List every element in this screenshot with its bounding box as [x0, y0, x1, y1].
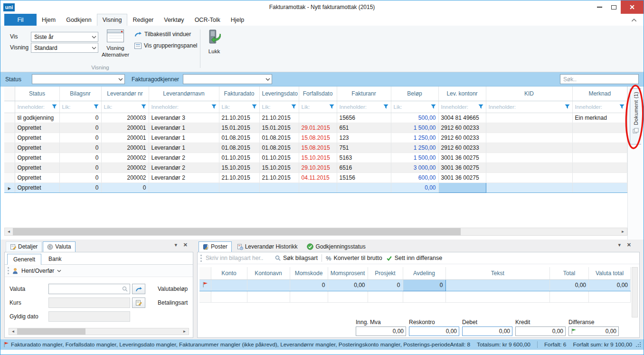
col-status[interactable]: Status — [15, 86, 59, 101]
cell-merknad[interactable] — [572, 143, 627, 153]
status-filter-dropdown[interactable] — [32, 74, 125, 84]
cell-lev-kontonr[interactable]: 2912 60 00233 — [438, 143, 486, 153]
cell-bilagsnr[interactable]: 0 — [59, 182, 101, 192]
cell-merknad[interactable] — [572, 153, 627, 163]
cell-tekst[interactable] — [445, 279, 550, 291]
cell-lev-kontonr[interactable]: 3001 36 00275 — [438, 153, 486, 163]
filter-status[interactable]: Inneholder: — [15, 101, 59, 113]
cell-leverandor-nr[interactable]: 200003 — [101, 113, 149, 123]
sett-inn-differanse-button[interactable]: Sett inn differanse — [386, 255, 443, 261]
cell-forfallsdato[interactable] — [299, 182, 337, 192]
cell-valuta-total[interactable]: 0,00 — [589, 279, 631, 291]
debet-field[interactable]: 0,00 — [462, 326, 512, 336]
filter-funnel-icon[interactable] — [431, 104, 436, 109]
kredit-field[interactable]: 0,00 — [515, 326, 566, 336]
cell-kid[interactable] — [486, 153, 572, 163]
col-lev-kontonr[interactable]: Lev. kontonr — [438, 86, 486, 101]
cell-fakturanr[interactable]: 5163 — [337, 153, 391, 163]
inng-mva-field[interactable]: 0,00 — [356, 326, 406, 336]
cell-avdeling-selected[interactable]: 0 — [403, 279, 445, 291]
col-kontonavn[interactable]: Kontonavn — [247, 267, 290, 279]
col-bilagsnr[interactable]: Bilagsnr — [59, 86, 101, 101]
table-row[interactable]: Opprettet 0 200002 Leverandør 2 01.10.20… — [4, 153, 627, 163]
scrollbar-thumb[interactable] — [13, 228, 461, 235]
tab-poster[interactable]: Poster — [199, 241, 232, 252]
panel-dropdown-icon[interactable]: ▾ — [618, 242, 621, 248]
cell-tekst[interactable] — [445, 291, 550, 302]
cell-bilagsnr[interactable]: 0 — [59, 173, 101, 182]
vis-grupperingspanel-button[interactable]: Vis grupperingspanel — [134, 42, 198, 49]
col-prosjekt[interactable]: Prosjekt — [368, 267, 403, 279]
cell-fakturadato[interactable]: 01.08.2015 — [219, 133, 259, 143]
cell-forfallsdato[interactable]: 15.08.2015 — [299, 133, 337, 143]
visning-alternativer-button[interactable]: Visning Alternativer — [101, 29, 130, 58]
cell-merknad[interactable]: Ein merknad — [572, 113, 627, 123]
lukk-button[interactable]: Lukk — [204, 29, 225, 55]
table-row[interactable]: Opprettet 0 200002 Leverandør 2 15.10.20… — [4, 163, 627, 173]
vis-dropdown[interactable]: Siste år — [31, 32, 98, 42]
cell-belop[interactable]: 600,00 — [391, 173, 438, 182]
cell-konto[interactable] — [211, 279, 247, 291]
cell-leveringsdato[interactable]: 01.08.2015 — [259, 143, 299, 153]
cell-kid[interactable] — [486, 163, 572, 173]
cell-total[interactable]: 0,00 — [550, 279, 589, 291]
col-forfallsdato[interactable]: Forfallsdato — [299, 86, 337, 101]
cell-fakturadato[interactable]: 01.08.2015 — [219, 143, 259, 153]
cell-leveringsdato[interactable]: 21.10.2015 — [259, 173, 299, 182]
maximize-button[interactable] — [606, 0, 621, 14]
cell-fakturadato[interactable]: 15.10.2015 — [219, 163, 259, 173]
close-button[interactable]: ✕ — [621, 0, 644, 14]
cell-forfallsdato[interactable]: 04.11.2015 — [299, 173, 337, 182]
cell-lev-kontonr[interactable]: 3001 36 00275 — [438, 173, 486, 182]
table-row-selected[interactable]: ▶ Opprettet 0 0 0,00 — [4, 182, 627, 192]
scrollbar-thumb[interactable] — [17, 328, 85, 335]
cell-momskode[interactable]: 0 — [290, 279, 328, 291]
gyldig-dato-input[interactable] — [48, 311, 130, 322]
tab-ocr-tolk[interactable]: OCR-Tolk — [189, 14, 226, 26]
filter-funnel-icon[interactable] — [619, 104, 625, 109]
cell-status[interactable]: til godkjenning — [15, 113, 59, 123]
scrollbar-track[interactable] — [85, 328, 180, 335]
posting-row-empty[interactable] — [199, 291, 631, 302]
table-row[interactable]: Opprettet 0 200001 Leverandør 1 15.01.20… — [4, 123, 627, 133]
tab-hjelp[interactable]: Hjelp — [226, 14, 250, 26]
minimize-button[interactable] — [592, 0, 606, 14]
cell-belop[interactable]: 3 000,00 — [391, 163, 438, 173]
fakturagodkjenner-dropdown[interactable] — [183, 74, 272, 84]
filter-leverandor-nr[interactable]: Lik: — [101, 101, 149, 113]
cell-status[interactable]: Opprettet — [15, 143, 59, 153]
scroll-left-arrow[interactable]: ◄ — [5, 228, 13, 235]
cell-merknad[interactable] — [572, 163, 627, 173]
cell-kid[interactable] — [486, 173, 572, 182]
cell-fakturanr[interactable]: 15156 — [337, 173, 391, 182]
cell-leverandornavn[interactable]: Leverandør 3 — [149, 113, 219, 123]
cell-konto[interactable] — [211, 291, 247, 302]
col-fakturanr[interactable]: Fakturanr — [337, 86, 391, 101]
valuta-input[interactable] — [48, 284, 130, 294]
differanse-field[interactable]: 0,00 — [568, 326, 619, 336]
cell-bilagsnr[interactable]: 0 — [59, 123, 101, 133]
col-avdeling[interactable]: Avdeling — [403, 267, 445, 279]
cell-lev-kontonr[interactable]: 2912 60 00233 — [438, 123, 486, 133]
col-total[interactable]: Total — [550, 267, 589, 279]
cell-momskode[interactable] — [290, 291, 328, 302]
cell-bilagsnr[interactable]: 0 — [59, 153, 101, 163]
cell-belop[interactable]: 1 500,00 — [391, 123, 438, 133]
table-row[interactable]: Opprettet 0 200001 Leverandør 1 01.08.20… — [4, 133, 627, 143]
bilagsart-input[interactable] — [206, 254, 271, 263]
cell-lev-kontonr[interactable]: 2912 60 00233 — [438, 133, 486, 143]
filter-forfallsdato[interactable]: Lik: — [299, 101, 337, 113]
cell-leverandor-nr[interactable]: 200001 — [101, 133, 149, 143]
cell-kontonavn[interactable] — [247, 291, 290, 302]
col-leveringsdato[interactable]: Leveringsdato — [259, 86, 299, 101]
cell-leverandor-nr[interactable]: 200002 — [101, 173, 149, 182]
cell-total[interactable] — [550, 291, 589, 302]
cell-avdeling[interactable] — [403, 291, 445, 302]
cell-belop[interactable]: 0,00 — [391, 182, 438, 192]
cell-valuta-total[interactable] — [589, 291, 631, 302]
valuta-lookup-button[interactable] — [132, 284, 145, 294]
cell-lev-kontonr[interactable]: 3001 36 00275 — [438, 163, 486, 173]
filter-funnel-icon[interactable] — [94, 104, 99, 109]
cell-leverandornavn[interactable] — [149, 182, 219, 192]
cell-fakturanr[interactable]: 651 — [337, 123, 391, 133]
